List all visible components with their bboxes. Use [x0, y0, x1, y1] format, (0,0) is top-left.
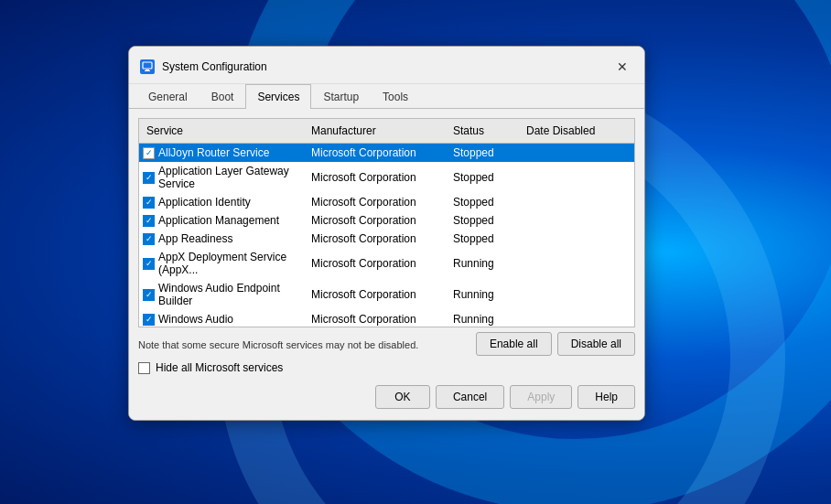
hide-microsoft-checkbox[interactable] [138, 362, 150, 374]
table-header: Service Manufacturer Status Date Disable… [139, 119, 634, 144]
service-date [519, 293, 620, 296]
service-status: Stopped [446, 169, 519, 186]
service-checkbox[interactable] [143, 172, 155, 184]
tab-tools[interactable]: Tools [371, 84, 420, 109]
tab-general[interactable]: General [136, 84, 200, 109]
table-row[interactable]: Application IdentityMicrosoft Corporatio… [139, 193, 634, 211]
service-date [519, 219, 620, 222]
service-checkbox[interactable] [143, 233, 155, 245]
tab-boot[interactable]: Boot [200, 84, 246, 109]
table-row[interactable]: Application ManagementMicrosoft Corporat… [139, 211, 634, 230]
help-button[interactable]: Help [577, 385, 635, 409]
col-header-service[interactable]: Service [139, 122, 304, 140]
service-name-text: Application Layer Gateway Service [158, 165, 300, 190]
table-row[interactable]: Application Layer Gateway ServiceMicroso… [139, 162, 634, 193]
service-date [519, 176, 620, 179]
ok-button[interactable]: OK [375, 385, 430, 409]
service-date [519, 151, 620, 155]
service-manufacturer: Microsoft Corporation [304, 194, 446, 210]
service-name-text: Windows Audio Endpoint Builder [158, 282, 300, 307]
service-name-cell: Application Identity [139, 194, 304, 210]
service-name-cell: Application Layer Gateway Service [139, 163, 304, 192]
service-checkbox[interactable] [143, 314, 155, 326]
service-status: Stopped [446, 194, 519, 210]
service-name-cell: App Readiness [139, 231, 304, 247]
service-manufacturer: Microsoft Corporation [304, 169, 446, 186]
service-checkbox[interactable] [143, 258, 155, 270]
service-name-cell: Application Management [139, 212, 304, 229]
service-manufacturer: Microsoft Corporation [304, 255, 446, 272]
title-bar: System Configuration ✕ [129, 47, 644, 84]
window-title: System Configuration [162, 60, 267, 73]
col-header-manufacturer[interactable]: Manufacturer [304, 122, 446, 140]
title-bar-left: System Configuration [140, 59, 267, 74]
service-date [519, 317, 620, 321]
services-list[interactable]: AllJoyn Router ServiceMicrosoft Corporat… [139, 144, 634, 327]
service-name-cell: Windows Audio Endpoint Builder [139, 280, 304, 309]
note-text: Note that some secure Microsoft services… [138, 334, 418, 354]
service-status: Stopped [446, 212, 519, 229]
service-name-text: App Readiness [158, 232, 232, 245]
dialog-buttons: OK Cancel Apply Help [138, 378, 635, 411]
service-manufacturer: Microsoft Corporation [304, 231, 446, 247]
table-row[interactable]: AllJoyn Router ServiceMicrosoft Corporat… [139, 144, 634, 162]
disable-all-button[interactable]: Disable all [557, 332, 635, 356]
service-checkbox[interactable] [143, 147, 155, 159]
service-name-text: Application Management [158, 214, 279, 227]
service-status: Stopped [446, 145, 519, 161]
service-checkbox[interactable] [143, 215, 155, 227]
service-manufacturer: Microsoft Corporation [304, 286, 446, 303]
service-name-text: AppX Deployment Service (AppX... [158, 251, 300, 276]
service-status: Stopped [446, 231, 519, 247]
tab-services[interactable]: Services [245, 84, 311, 109]
close-button[interactable]: ✕ [611, 56, 633, 78]
tab-startup[interactable]: Startup [311, 84, 371, 109]
service-date [519, 237, 620, 241]
hide-microsoft-row: Hide all Microsoft services [138, 358, 635, 378]
service-name-text: AllJoyn Router Service [158, 146, 269, 159]
service-manufacturer: Microsoft Corporation [304, 311, 446, 327]
service-date [519, 262, 620, 265]
table-row[interactable]: AppX Deployment Service (AppX...Microsof… [139, 248, 634, 279]
service-manufacturer: Microsoft Corporation [304, 145, 446, 161]
table-row[interactable]: Windows AudioMicrosoft CorporationRunnin… [139, 310, 634, 327]
hide-microsoft-label: Hide all Microsoft services [156, 361, 283, 374]
service-status: Running [446, 286, 519, 303]
table-row[interactable]: App ReadinessMicrosoft CorporationStoppe… [139, 230, 634, 248]
service-name-cell: AllJoyn Router Service [139, 145, 304, 161]
service-manufacturer: Microsoft Corporation [304, 212, 446, 229]
enable-all-button[interactable]: Enable all [476, 332, 552, 356]
service-date [519, 200, 620, 204]
table-row[interactable]: Windows Audio Endpoint BuilderMicrosoft … [139, 279, 634, 310]
system-config-window: System Configuration ✕ General Boot Serv… [128, 46, 645, 421]
service-name-cell: Windows Audio [139, 311, 304, 327]
tab-content: Service Manufacturer Status Date Disable… [129, 109, 644, 420]
tab-bar: General Boot Services Startup Tools [129, 84, 644, 109]
col-header-status[interactable]: Status [446, 122, 519, 140]
monitor-icon [140, 59, 155, 74]
svg-rect-0 [143, 62, 152, 69]
service-name-text: Windows Audio [158, 313, 233, 326]
services-panel: Service Manufacturer Status Date Disable… [138, 118, 635, 327]
col-header-date[interactable]: Date Disabled [519, 122, 620, 140]
service-name-cell: AppX Deployment Service (AppX... [139, 249, 304, 278]
service-checkbox[interactable] [143, 197, 155, 209]
service-status: Running [446, 255, 519, 272]
service-name-text: Application Identity [158, 196, 251, 209]
service-status: Running [446, 311, 519, 327]
apply-button[interactable]: Apply [510, 385, 572, 409]
service-checkbox[interactable] [143, 289, 155, 301]
cancel-button[interactable]: Cancel [436, 385, 504, 409]
